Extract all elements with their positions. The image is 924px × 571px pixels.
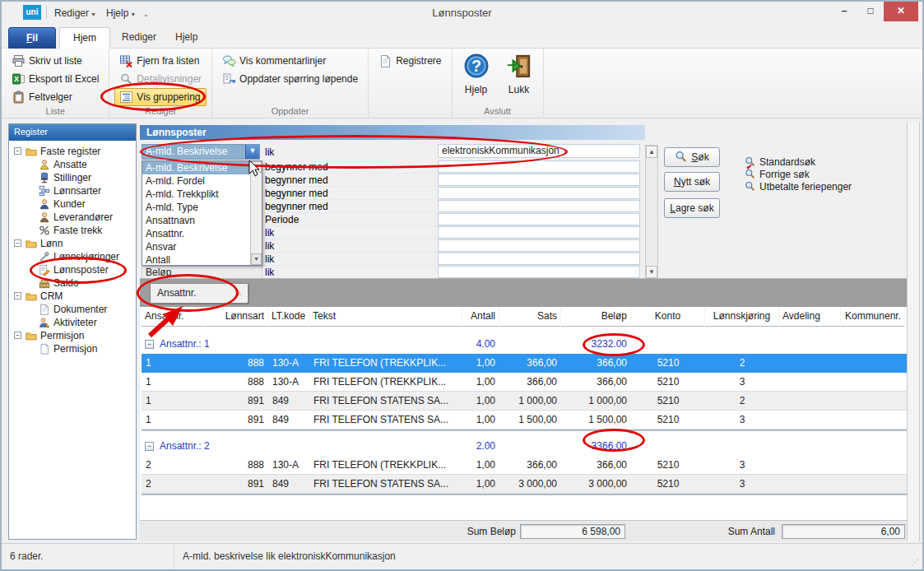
filter-operator[interactable]: begynner med <box>265 174 429 187</box>
ribbon-button-eksport-til-excel[interactable]: XEksport til Excel <box>7 70 104 88</box>
filter-value-input[interactable] <box>438 239 640 252</box>
ribbon-button-lukk[interactable]: Lukk <box>500 52 538 95</box>
dropdown-item-a-mld-fordel[interactable]: A-mld. Fordel <box>142 174 251 188</box>
group-header-row[interactable]: −Ansattnr.: 14.003232.00 <box>142 335 907 354</box>
collapse-group-icon[interactable]: − <box>145 340 154 349</box>
tab-hjelp[interactable]: Hjelp <box>162 27 211 49</box>
expand-collapse-icon[interactable]: − <box>14 332 21 339</box>
sidebar-item-aktiviteter[interactable]: Aktiviteter <box>9 316 136 329</box>
ribbon-button-hjelp[interactable]: ?Hjelp <box>457 52 495 95</box>
expand-collapse-icon[interactable]: − <box>14 239 21 247</box>
filter-operator[interactable]: lik <box>265 226 429 239</box>
filter-value-input[interactable] <box>438 213 640 225</box>
filter-value-input[interactable]: elektroniskKommunikasjon <box>438 144 640 158</box>
grouping-field-button[interactable]: ▵ Ansattnr. <box>150 283 248 304</box>
table-row[interactable]: 1888130-AFRI TELEFON (TREKKPLIK...1,0036… <box>142 354 907 373</box>
filter-operator[interactable]: Periode <box>265 213 429 226</box>
table-row[interactable]: 1888130-AFRI TELEFON (TREKKPLIK...1,0036… <box>142 373 907 392</box>
table-row[interactable]: 1891849FRI TELEFON STATENS SA...1,001 00… <box>142 392 907 411</box>
filter-operator[interactable]: begynner med <box>265 200 429 213</box>
sidebar-item-saldo[interactable]: Saldo <box>9 276 136 290</box>
filter-operator[interactable]: begynner med <box>265 160 429 174</box>
sidebar-item-stillinger[interactable]: Stillinger <box>9 171 136 184</box>
filter-row-belop[interactable]: Beløp <box>142 266 262 279</box>
close-button[interactable]: ✕ <box>884 2 918 21</box>
sidebar-item-l-nn[interactable]: −Lønn <box>9 237 136 250</box>
collapse-group-icon[interactable]: − <box>145 442 154 451</box>
dropdown-item-a-mld-beskrivelse[interactable]: A-mld. Beskrivelse <box>142 161 251 174</box>
scroll-up-icon[interactable]: ▲ <box>646 146 657 158</box>
ribbon-button-registrere[interactable]: Registrere <box>374 52 446 70</box>
filter-value-input[interactable] <box>438 253 640 265</box>
column-header-lt-kode[interactable]: LT.kode <box>268 307 309 327</box>
ribbon-button-fjern-fra-listen[interactable]: Fjern fra listen <box>114 52 207 70</box>
button-s-k[interactable]: Søk <box>664 147 720 167</box>
table-row[interactable]: 2891849FRI TELEFON STATENS SA...1,003 00… <box>142 475 907 494</box>
table-row[interactable]: 1891849FRI TELEFON STATENS SA...1,001 50… <box>142 411 907 429</box>
column-header-kommunenr[interactable]: Kommunenr. <box>841 307 905 327</box>
sidebar-item-permisjon[interactable]: Permisjon <box>9 342 136 355</box>
dropdown-scrollbar[interactable]: ▲ ▼ <box>250 161 262 265</box>
group-header-row[interactable]: −Ansattnr.: 22.003366.00 <box>142 437 907 456</box>
tab-hjem[interactable]: Hjem <box>59 27 110 49</box>
table-vertical-scrollbar[interactable] <box>907 122 920 541</box>
sidebar-item-l-nnskj-ringer[interactable]: Lønnskjøringer <box>9 250 136 263</box>
dropdown-item-ansattnr[interactable]: Ansattnr. <box>142 227 251 240</box>
expand-collapse-icon[interactable]: − <box>14 147 21 155</box>
dropdown-item-ansattnavn[interactable]: Ansattnavn <box>142 214 251 227</box>
button-lagre-s-k[interactable]: Lagre søk <box>664 198 720 218</box>
filter-value-input[interactable] <box>438 226 640 239</box>
filter-value-input[interactable] <box>438 266 640 278</box>
minimize-button[interactable]: – <box>831 2 857 21</box>
sidebar-item-faste-register[interactable]: −Faste register <box>9 145 136 158</box>
filter-operator[interactable]: lik <box>265 266 429 279</box>
sidebar-item-leverand-rer[interactable]: Leverandører <box>9 211 136 224</box>
filter-operator[interactable]: lik <box>265 146 429 159</box>
saved-search-utbetalte-feriepenger[interactable]: Utbetalte feriepenger <box>745 181 852 193</box>
ribbon-button-oppdater-sp-rring-l-pende[interactable]: Oppdater spørring løpende <box>217 70 363 88</box>
column-header-sats[interactable]: Sats <box>499 307 561 327</box>
tab-rediger[interactable]: Rediger <box>109 27 169 49</box>
sidebar-item-l-nnsarter[interactable]: Lønnsarter <box>9 184 136 197</box>
sidebar-item-l-nnsposter[interactable]: Lønnsposter <box>9 263 136 276</box>
filter-operator[interactable]: begynner med <box>265 187 429 200</box>
resize-grip[interactable]: ⋰ <box>911 558 921 568</box>
scroll-down-icon[interactable]: ▼ <box>646 266 657 278</box>
filter-value-input[interactable] <box>438 160 640 173</box>
column-header-l-nnskj-ring[interactable]: Lønnskjøring <box>705 307 779 327</box>
column-header-konto[interactable]: Konto <box>631 307 705 327</box>
filter-value-input[interactable] <box>438 200 640 212</box>
filter-operator[interactable]: lik <box>265 253 429 266</box>
ribbon-button-vis-kommentarlinjer[interactable]: Vis kommentarlinjer <box>217 52 363 70</box>
tab-fil[interactable]: Fil <box>8 27 56 49</box>
sidebar-item-crm[interactable]: −CRM <box>9 290 136 303</box>
column-header-tekst[interactable]: Tekst <box>309 307 462 327</box>
sidebar-item-ansatte[interactable]: Ansatte <box>9 158 136 171</box>
table-row[interactable]: 2888130-AFRI TELEFON (TREKKPLIK...1,0036… <box>142 456 907 475</box>
dropdown-item-ansvar[interactable]: Ansvar <box>142 240 251 253</box>
maximize-button[interactable]: □ <box>857 2 884 21</box>
filter-value-input[interactable] <box>438 174 640 186</box>
filter-value-input[interactable] <box>438 187 640 199</box>
saved-search-standards-k[interactable]: ✔Standardsøk <box>745 156 815 169</box>
expand-collapse-icon[interactable]: − <box>14 292 21 299</box>
filter-field-combobox[interactable]: A-mld. Beskrivelse ▼ <box>142 144 260 160</box>
scroll-up-icon[interactable]: ▲ <box>251 161 262 173</box>
column-header-antall[interactable]: Antall <box>462 307 499 327</box>
saved-search-forrige-s-k[interactable]: Forrige søk <box>745 169 810 181</box>
button-nytt-s-k[interactable]: Nytt søk <box>664 172 720 192</box>
dropdown-item-a-mld-type[interactable]: A-mld. Type <box>142 201 251 214</box>
column-header-bel-p[interactable]: Beløp <box>561 307 631 327</box>
sidebar-item-dokumenter[interactable]: Dokumenter <box>9 303 136 316</box>
dropdown-item-a-mld-trekkplikt[interactable]: A-mld. Trekkplikt <box>142 188 251 201</box>
filter-operator[interactable]: lik <box>265 239 429 253</box>
sidebar-item-faste-trekk[interactable]: Faste trekk <box>9 224 136 237</box>
scroll-down-icon[interactable]: ▼ <box>251 253 262 265</box>
column-header-l-nnsart[interactable]: Lønnsart <box>204 307 268 327</box>
sidebar-item-permisjon[interactable]: −Permisjon <box>9 329 136 342</box>
combo-arrow-icon[interactable]: ▼ <box>245 145 259 159</box>
ribbon-button-feltvelger[interactable]: Feltvelger <box>7 88 104 106</box>
filter-scrollbar[interactable]: ▲ ▼ <box>645 145 658 279</box>
dropdown-item-antall[interactable]: Antall <box>142 253 251 267</box>
sidebar-item-kunder[interactable]: Kunder <box>9 197 136 211</box>
